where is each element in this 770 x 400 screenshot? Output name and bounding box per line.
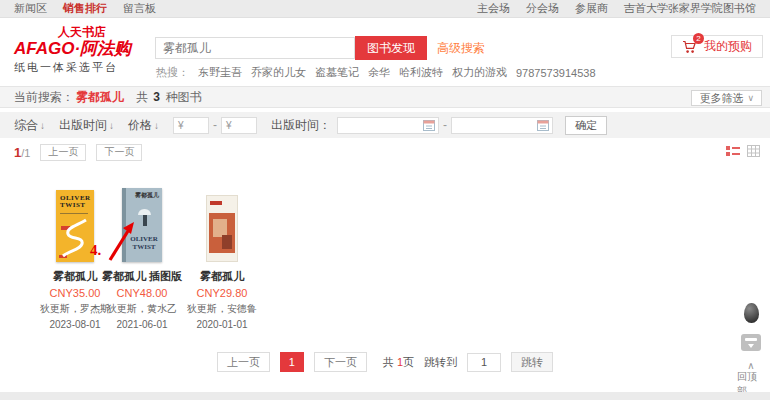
- annotation-arrow-icon: [104, 216, 142, 264]
- advanced-search-link[interactable]: 高级搜索: [437, 40, 485, 57]
- current-search-band: 当前搜索： 雾都孤儿 共 3 种图书 更多筛选 ∨: [0, 86, 770, 108]
- result-count: 共 3 种图书: [136, 89, 201, 106]
- hot-term[interactable]: 乔家的儿女: [251, 65, 306, 80]
- current-search-keyword: 雾都孤儿: [76, 89, 124, 106]
- topbar-right-links: 主会场 分会场 参展商 吉首大学张家界学院图书馆: [477, 1, 756, 16]
- book-cover-image: [206, 195, 238, 262]
- prev-page-button-top[interactable]: 上一页: [40, 144, 86, 161]
- jump-page-input[interactable]: [467, 353, 501, 372]
- total-pages-suffix: 页: [403, 356, 414, 368]
- pub-date-end-input[interactable]: [451, 117, 553, 134]
- currency-symbol: ¥: [226, 120, 232, 131]
- book-title[interactable]: 雾都孤儿: [53, 269, 97, 284]
- hot-term[interactable]: 9787573914538: [516, 67, 596, 79]
- bottom-pagination: 上一页 1 下一页 共 1页 跳转到 跳转: [0, 352, 770, 372]
- sort-down-icon: ↓: [109, 120, 114, 131]
- topbar-link-sales-rank[interactable]: 销售排行: [63, 1, 107, 16]
- cart-count-badge: 2: [693, 33, 704, 44]
- filter-band: 综合 ↓ 出版时间 ↓ 价格 ↓ ¥ - ¥ 出版时间： -: [0, 112, 770, 138]
- list-view-icon[interactable]: [726, 145, 740, 157]
- cover-figure-art: [143, 215, 147, 226]
- site-logo[interactable]: 人天书店 AFAGO·阿法购 纸电一体采选平台: [14, 25, 154, 74]
- footer-strip: [0, 392, 770, 400]
- cart-icon: 2: [682, 40, 697, 54]
- next-page-button-top[interactable]: 下一页: [96, 144, 142, 161]
- confirm-button[interactable]: 确定: [565, 116, 607, 135]
- topbar-link-news[interactable]: 新闻区: [14, 1, 47, 16]
- sort-pub-date[interactable]: 出版时间 ↓: [59, 117, 114, 134]
- service-icon[interactable]: [744, 303, 759, 323]
- price-min-input[interactable]: ¥: [173, 117, 209, 134]
- page: 新闻区 销售排行 留言板 主会场 分会场 参展商 吉首大学张家界学院图书馆 人天…: [0, 0, 770, 400]
- list-toolbar: 1/1 上一页 下一页: [0, 142, 770, 162]
- topbar-link-library-account[interactable]: 吉首大学张家界学院图书馆: [624, 1, 756, 16]
- pub-date-label: 出版时间：: [271, 117, 331, 134]
- result-count-number: 3: [153, 90, 160, 104]
- search-input[interactable]: [155, 37, 355, 59]
- more-filter-label: 更多筛选: [699, 91, 743, 106]
- logo-brand-name: AFAGO·阿法购: [14, 39, 154, 58]
- current-search-label: 当前搜索：: [14, 89, 74, 106]
- more-filter-button[interactable]: 更多筛选 ∨: [691, 90, 762, 106]
- date-range-separator: -: [443, 118, 447, 132]
- page-indicator: 1/1: [14, 145, 30, 160]
- hot-term[interactable]: 权力的游戏: [452, 65, 507, 80]
- next-page-button[interactable]: 下一页: [314, 352, 367, 372]
- topbar-left-links: 新闻区 销售排行 留言板: [14, 1, 156, 16]
- search-row: 图书发现 高级搜索: [155, 36, 485, 60]
- cover-rule: [60, 213, 88, 214]
- book-pub-date: 2021-06-01: [116, 319, 167, 330]
- sort-price-label: 价格: [128, 117, 152, 134]
- calendar-icon: [537, 119, 549, 131]
- sort-price[interactable]: 价格 ↓: [128, 117, 159, 134]
- box-slot: [745, 338, 757, 341]
- chevron-down-icon: ∨: [747, 93, 754, 103]
- cover-art: [209, 213, 235, 253]
- current-page-button[interactable]: 1: [280, 352, 304, 372]
- annotation-step-number: 4.: [90, 242, 101, 259]
- hot-term[interactable]: 东野圭吾: [198, 65, 242, 80]
- topbar-link-message-board[interactable]: 留言板: [123, 1, 156, 16]
- cover-text: 雾都孤儿: [135, 192, 159, 199]
- hot-term[interactable]: 哈利波特: [399, 65, 443, 80]
- hot-term[interactable]: 盗墓笔记: [315, 65, 359, 80]
- book-title[interactable]: 雾都孤儿: [200, 269, 244, 284]
- book-title[interactable]: 雾都孤儿 插图版: [102, 269, 182, 284]
- hot-term[interactable]: 余华: [368, 65, 390, 80]
- pub-date-start-input[interactable]: [337, 117, 439, 134]
- hot-search-label: 热搜：: [156, 65, 189, 80]
- book-author: 狄更斯，黄水乙: [107, 302, 177, 316]
- grid-view-icon[interactable]: [747, 145, 760, 157]
- book-discover-button[interactable]: 图书发现: [355, 36, 427, 60]
- book-cover-3[interactable]: [206, 160, 238, 262]
- floating-sidebar: ∧ 回顶部: [737, 303, 765, 398]
- topbar-link-main-hall[interactable]: 主会场: [477, 1, 510, 16]
- sort-down-icon: ↓: [40, 120, 45, 131]
- cover-text: TWIST: [60, 201, 85, 209]
- book-author: 狄更斯，安德鲁: [187, 302, 257, 316]
- cart-label: 我的预购: [704, 38, 752, 55]
- jump-button[interactable]: 跳转: [511, 352, 553, 372]
- sort-comprehensive[interactable]: 综合 ↓: [14, 117, 45, 134]
- sort-down-icon: ↓: [154, 120, 159, 131]
- book-pub-date: 2020-01-01: [196, 319, 247, 330]
- cover-swirl-art: [58, 218, 92, 258]
- cover-red-mark: [210, 201, 222, 205]
- result-count-suffix: 种图书: [165, 90, 201, 104]
- book-cover-1[interactable]: OLIVER TWIST: [56, 160, 94, 262]
- prev-page-button[interactable]: 上一页: [217, 352, 270, 372]
- price-max-input[interactable]: ¥: [221, 117, 257, 134]
- book-cover-image: OLIVER TWIST: [56, 190, 94, 262]
- sort-pub-date-label: 出版时间: [59, 117, 107, 134]
- logo-store-name: 人天书店: [14, 25, 154, 39]
- total-pages-prefix: 共: [383, 356, 394, 368]
- suggestion-box-icon[interactable]: [741, 334, 761, 351]
- topbar-link-exhibitors[interactable]: 参展商: [575, 1, 608, 16]
- topbar-link-sub-hall[interactable]: 分会场: [526, 1, 559, 16]
- calendar-icon: [423, 119, 435, 131]
- chevron-up-icon: ∧: [747, 362, 754, 370]
- my-preorder-cart[interactable]: 2 我的预购: [671, 35, 763, 58]
- book-card-3: 雾都孤儿 CNY29.80 狄更斯，安德鲁 2020-01-01: [172, 160, 272, 330]
- book-price: CNY48.00: [117, 287, 168, 299]
- total-pages-text: 共 1页: [383, 355, 414, 370]
